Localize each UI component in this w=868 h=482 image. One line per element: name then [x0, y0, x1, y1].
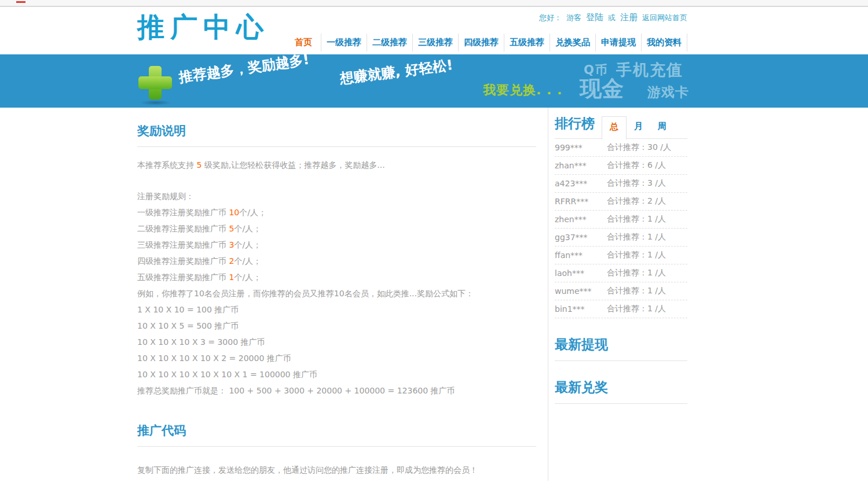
rank-user: a423*** [555, 179, 607, 188]
rank-info: 合计推荐：2 /人 [607, 196, 666, 207]
rank-info: 合计推荐：1 /人 [607, 232, 666, 242]
rank-user: bin1*** [555, 304, 607, 314]
rank-value: 1 /人 [647, 304, 666, 313]
rank-label: 合计推荐： [607, 196, 647, 205]
rank-user: gg37*** [555, 233, 607, 242]
text-segment: 级奖励,让您轻松获得收益；推荐越多，奖励越多... [202, 160, 384, 170]
sidebar: 排行榜 总 月 周 999***合计推荐：30 /人 zhan***合计推荐：6… [548, 108, 687, 481]
formula-line-5: 10 X 10 X 10 X 10 X 10 X 1 = 100000 推广币 [137, 366, 536, 382]
rank-user: zhan*** [555, 161, 607, 170]
watermark-cash: 现金 [580, 74, 624, 104]
redeem-title: 最新兑奖 [555, 378, 687, 404]
text-segment: 二级推荐注册奖励推广币 [137, 224, 229, 233]
rank-label: 合计推荐： [607, 304, 647, 313]
nav-item-level3[interactable]: 三级推荐 [413, 34, 459, 51]
formula-line-3: 10 X 10 X 10 X 3 = 3000 推广币 [137, 334, 536, 350]
rank-label: 合计推荐： [607, 268, 647, 277]
plus-icon [138, 66, 172, 105]
rank-row-6: gg37***合计推荐：1 /人 [555, 229, 687, 246]
rank-label: 合计推荐： [607, 142, 647, 152]
rank-info: 合计推荐：1 /人 [607, 304, 666, 314]
banner-slogan-2: 想赚就赚, 好轻松! [339, 56, 454, 88]
or-label: 或 [608, 13, 616, 22]
content-area: 奖励说明 本推荐系统支持 5 级奖励,让您轻松获得收益；推荐越多，奖励越多...… [137, 108, 687, 481]
tab-total[interactable]: 总 [602, 116, 627, 139]
rank-value: 1 /人 [647, 232, 666, 241]
formula-line-2: 10 X 10 X 5 = 500 推广币 [137, 318, 536, 334]
withdraw-title: 最新提现 [555, 336, 687, 361]
rank-row-1: 999***合计推荐：30 /人 [555, 139, 687, 157]
rank-value: 30 /人 [647, 142, 671, 152]
rank-row-7: ffan***合计推荐：1 /人 [555, 246, 687, 264]
watermark-phone: 手机充值 [616, 60, 683, 80]
top-strip [0, 0, 868, 7]
login-link[interactable]: 登陆 [586, 12, 603, 23]
rank-info: 合计推荐：1 /人 [607, 250, 666, 260]
text-segment: 五级推荐注册奖励推广币 [137, 273, 229, 282]
ranking-tabs: 总 月 周 [602, 116, 674, 138]
tab-week[interactable]: 周 [650, 116, 674, 138]
highlight-number: 10 [229, 208, 239, 217]
back-home-link[interactable]: 返回网站首页 [642, 13, 687, 22]
rank-label: 合计推荐： [607, 178, 647, 187]
exchange-cta-link[interactable]: 我要兑换. . . [483, 82, 562, 99]
rank-row-8: laoh***合计推荐：1 /人 [555, 264, 687, 282]
text-segment: 个/人； [234, 256, 261, 266]
rule-line-1: 一级推荐注册奖励推广币 10个/人； [137, 204, 536, 220]
rank-user: ffan*** [555, 251, 607, 260]
ranking-header: 排行榜 总 月 周 [555, 115, 687, 139]
rank-value: 1 /人 [647, 214, 666, 223]
rank-info: 合计推荐：30 /人 [607, 142, 671, 153]
rank-label: 合计推荐： [607, 160, 647, 170]
rank-row-3: a423***合计推荐：3 /人 [555, 175, 687, 193]
nav-item-profile[interactable]: 我的资料 [642, 34, 687, 51]
rules-title: 注册奖励规则： [137, 188, 536, 204]
rank-user: 999*** [555, 143, 607, 152]
reward-section-title: 奖励说明 [137, 123, 536, 147]
rule-line-5: 五级推荐注册奖励推广币 1个/人； [137, 269, 536, 285]
formula-line-4: 10 X 10 X 10 X 10 X 2 = 20000 推广币 [137, 350, 536, 366]
nav-item-level1[interactable]: 一级推荐 [321, 34, 367, 51]
user-bar: 您好：游客登陆或注册返回网站首页 [534, 12, 687, 23]
main-nav: 首页 一级推荐 二级推荐 三级推荐 四级推荐 五级推荐 兑换奖品 申请提现 我的… [286, 34, 687, 51]
ranking-title: 排行榜 [555, 115, 595, 138]
rank-label: 合计推荐： [607, 214, 647, 223]
rule-line-4: 四级推荐注册奖励推广币 2个/人； [137, 253, 536, 269]
rank-value: 2 /人 [647, 196, 666, 205]
rank-row-10: bin1***合计推荐：1 /人 [555, 300, 687, 318]
example-line: 例如，你推荐了10名会员注册，而你推荐的会员又推荐10名会员，如此类推...奖励… [137, 285, 536, 301]
rank-value: 3 /人 [647, 178, 666, 187]
site-logo: 推广中心 [137, 9, 269, 46]
rules-block: 注册奖励规则： 一级推荐注册奖励推广币 10个/人； 二级推荐注册奖励推广币 5… [137, 188, 536, 399]
top-red-dash [16, 1, 25, 3]
nav-item-level4[interactable]: 四级推荐 [459, 34, 504, 51]
text-segment: 一级推荐注册奖励推广币 [137, 208, 229, 217]
text-segment: 本推荐系统支持 [137, 160, 196, 170]
rank-user: laoh*** [555, 268, 607, 278]
rank-user: wume*** [555, 286, 607, 296]
code-section-title: 推广代码 [137, 422, 536, 447]
rank-row-9: wume***合计推荐：1 /人 [555, 282, 687, 300]
code-section-desc: 复制下面的推广连接，发送给您的朋友，他通过访问您的推广连接注册，即成为您推荐的会… [137, 462, 536, 478]
rank-info: 合计推荐：6 /人 [607, 160, 666, 171]
register-link[interactable]: 注册 [620, 12, 638, 23]
nav-item-level2[interactable]: 二级推荐 [367, 34, 413, 51]
rank-user: zhen*** [555, 215, 607, 224]
nav-item-home[interactable]: 首页 [286, 34, 321, 51]
rank-row-5: zhen***合计推荐：1 /人 [555, 211, 687, 229]
text-segment: 个/人； [234, 240, 261, 249]
main-column: 奖励说明 本推荐系统支持 5 级奖励,让您轻松获得收益；推荐越多，奖励越多...… [137, 108, 548, 481]
tab-month[interactable]: 月 [627, 116, 650, 138]
rank-user: RFRR*** [555, 197, 607, 206]
text-segment: 个/人； [239, 208, 266, 217]
rule-line-3: 三级推荐注册奖励推广币 3个/人； [137, 237, 536, 253]
rank-row-2: zhan***合计推荐：6 /人 [555, 157, 687, 175]
text-segment: 四级推荐注册奖励推广币 [137, 256, 229, 266]
greeting-label: 您好： [539, 13, 562, 22]
nav-item-exchange[interactable]: 兑换奖品 [550, 34, 596, 51]
rank-info: 合计推荐：1 /人 [607, 214, 666, 225]
nav-item-withdraw[interactable]: 申请提现 [596, 34, 642, 51]
nav-item-level5[interactable]: 五级推荐 [504, 34, 550, 51]
rank-info: 合计推荐：1 /人 [607, 268, 666, 278]
rank-label: 合计推荐： [607, 232, 647, 241]
